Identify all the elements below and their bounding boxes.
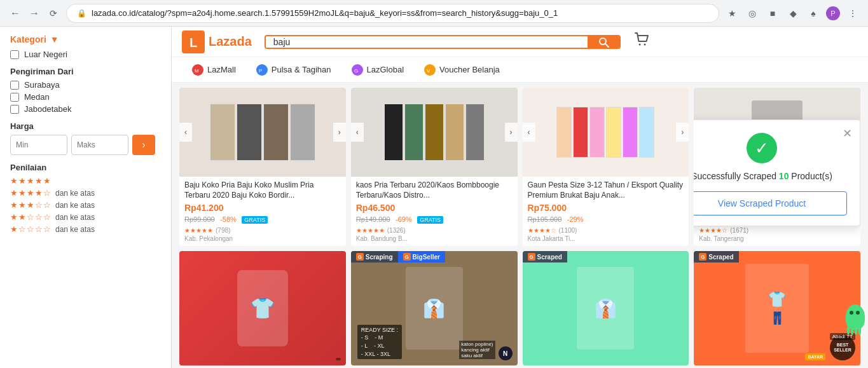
extension2-button[interactable]: ■	[765, 6, 780, 21]
bigseller-badge-6: G BigSeller	[398, 251, 445, 262]
search-input[interactable]	[266, 36, 588, 48]
extension1-button[interactable]: ◎	[745, 6, 760, 21]
view-scraped-product-button[interactable]: View Scraped Product	[694, 191, 847, 215]
cart-icon	[633, 31, 651, 49]
product-card-7[interactable]: 👔 G Scraped	[523, 251, 689, 365]
browser-chrome: ← → ⟳ 🔒 lazada.co.id/catalog/?spm=a2o4j.…	[0, 0, 868, 27]
profile-button[interactable]: P	[826, 6, 840, 20]
img-nav-left-2[interactable]: ‹	[351, 123, 364, 142]
jabodetabek-checkbox[interactable]: Jabodetabek	[10, 104, 161, 114]
maks-input[interactable]	[71, 135, 128, 155]
cat-bar: M LazMall P Pulsa & Tagihan G LazGlobal …	[172, 57, 868, 83]
nav-buttons: ← → ⟳	[8, 6, 61, 21]
menu-button[interactable]: ⋮	[845, 6, 860, 21]
rating-5-row[interactable]: ★★★★★	[10, 176, 161, 186]
luar-negeri-label: Luar Negeri	[24, 50, 67, 59]
product-card-3[interactable]: ‹ › Gaun Pesta Size 3-12 Tahun / Ekspo	[523, 88, 689, 246]
product-img-8: 👕 👖 G Scraped BESTSELLER BAYAR Abadi TT	[694, 251, 860, 365]
rating-1-row[interactable]: ★☆☆☆☆ dan ke atas	[10, 224, 161, 234]
harga-row: ›	[10, 135, 161, 155]
img-nav-right-2[interactable]: ›	[505, 123, 518, 142]
surabaya-input[interactable]	[10, 81, 19, 90]
product-card-1[interactable]: ‹ › Baju Koko Pria Baju Koko Muslim Pria…	[179, 88, 346, 246]
rating-2-row[interactable]: ★★☆☆☆ dan ke atas	[10, 212, 161, 222]
pulsa-label: Pulsa & Tagihan	[272, 65, 331, 74]
address-bar[interactable]: 🔒 lazada.co.id/catalog/?spm=a2o4j.home.s…	[66, 4, 719, 23]
page-content: Kategori ▼ Luar Negeri Pengiriman Dari S…	[0, 27, 868, 368]
img-nav-left-1[interactable]: ‹	[179, 123, 192, 142]
ready-size-tag: READY SIZE :- S - M- L - XL- XXL - 3XL	[357, 325, 402, 359]
product-card-5[interactable]: 👕	[179, 251, 346, 365]
product-card-6[interactable]: 👔 READY SIZE :- S - M- L - XL- XXL - 3XL…	[351, 251, 518, 365]
close-notification-button[interactable]: ✕	[843, 126, 852, 140]
product-card-8[interactable]: 👕 👖 G Scraped BESTSELLER BAYAR Abadi TT	[694, 251, 860, 365]
product-discount-1: -58%	[220, 215, 237, 223]
svg-line-3	[605, 44, 609, 47]
harga-submit-button[interactable]: ›	[132, 135, 155, 155]
img-nav-left-3[interactable]: ‹	[523, 123, 535, 142]
pulsa-dot: P	[256, 64, 268, 76]
product-info-3: Gaun Pesta Size 3-12 Tahun / Eksport Qua…	[523, 177, 689, 246]
product-original-discount-3: Rp105.000 -29%	[528, 213, 684, 224]
scraped-badge-8: G Scraped	[694, 251, 738, 262]
logo-text: Lazada	[209, 34, 252, 49]
medan-label: Medan	[24, 92, 50, 102]
product-img-7: 👔 G Scraped	[523, 251, 689, 365]
lazmall-label: LazMall	[207, 65, 236, 74]
product-img-2: ‹ ›	[351, 88, 518, 177]
success-check-icon: ✓	[747, 133, 777, 163]
product-price-3: Rp75.000	[528, 203, 684, 213]
jabodetabek-input[interactable]	[10, 105, 19, 114]
refresh-button[interactable]: ⟳	[46, 6, 61, 21]
product-card-2[interactable]: ‹ › kaos Pria Terbaru 2020/Kaos Bombboog…	[351, 88, 518, 246]
svg-text:P: P	[259, 68, 262, 73]
free-ship-badge-1: GRATIS	[242, 216, 268, 224]
cat-lazglobal[interactable]: G LazGlobal	[341, 57, 415, 83]
extension4-button[interactable]: ♠	[806, 6, 821, 21]
cart-button[interactable]	[633, 31, 651, 53]
cat-lazmall[interactable]: M LazMall	[182, 57, 246, 83]
stars-1: ★☆☆☆☆	[10, 224, 52, 234]
product-name-1: Baju Koko Pria Baju Koko Muslim Pria Ter…	[184, 181, 341, 200]
search-button[interactable]	[588, 36, 619, 48]
img-nav-right-1[interactable]: ›	[333, 123, 346, 142]
stars-5: ★★★★★	[10, 176, 52, 186]
kategori-header[interactable]: Kategori ▼	[10, 34, 161, 44]
decoration-character	[843, 304, 868, 343]
product-location-1: Kab. Pekalongan	[184, 235, 341, 242]
products-row-2: 👕 👔 READY SIZE :- S - M- L - XL- XXL	[179, 251, 860, 365]
bayar-badge-8: BAYAR	[805, 353, 825, 360]
back-button[interactable]: ←	[8, 6, 23, 21]
rating-3-row[interactable]: ★★★☆☆ dan ke atas	[10, 200, 161, 210]
luar-negeri-input[interactable]	[10, 50, 19, 59]
cat-voucher[interactable]: V Voucher Belanja	[414, 57, 510, 83]
img-nav-right-3[interactable]: ›	[676, 123, 689, 142]
bookmark-button[interactable]: ★	[724, 6, 740, 21]
extension3-button[interactable]: ◆	[785, 6, 801, 21]
g-icon-bigseller: G	[403, 253, 411, 261]
product-original-3: Rp105.000	[528, 215, 562, 223]
medan-input[interactable]	[10, 93, 19, 102]
svg-text:L: L	[189, 36, 197, 50]
product-name-3: Gaun Pesta Size 3-12 Tahun / Eksport Qua…	[528, 181, 684, 200]
surabaya-checkbox[interactable]: Surabaya	[10, 80, 161, 90]
rating-4-row[interactable]: ★★★★☆ dan ke atas	[10, 188, 161, 198]
product-stars-1: ★★★★★	[184, 227, 213, 234]
cat-pulsa[interactable]: P Pulsa & Tagihan	[246, 57, 341, 83]
medan-checkbox[interactable]: Medan	[10, 92, 161, 102]
products-section: ‹ › Baju Koko Pria Baju Koko Muslim Pria…	[172, 83, 868, 368]
scraped-label-8: Scraped	[708, 254, 733, 261]
harga-title: Harga	[10, 121, 161, 131]
product-reviews-4: (1671)	[730, 227, 748, 234]
search-bar	[265, 35, 621, 49]
min-input[interactable]	[10, 135, 67, 155]
product-price-1: Rp41.200	[184, 203, 341, 213]
product-reviews-3: (1100)	[559, 227, 577, 234]
product-location-2: Kab. Bandung B...	[356, 235, 513, 242]
forward-button[interactable]: →	[27, 6, 42, 21]
product-rating-3: ★★★★☆ (1100)	[528, 227, 684, 234]
rating-4-label: dan ke atas	[55, 189, 95, 198]
product-img-3: ‹ ›	[523, 88, 689, 177]
product-card-4[interactable]: Kaos Pria Distro VESPA Scooter Skuter Co…	[694, 88, 860, 246]
luar-negeri-checkbox[interactable]: Luar Negeri	[10, 50, 161, 59]
